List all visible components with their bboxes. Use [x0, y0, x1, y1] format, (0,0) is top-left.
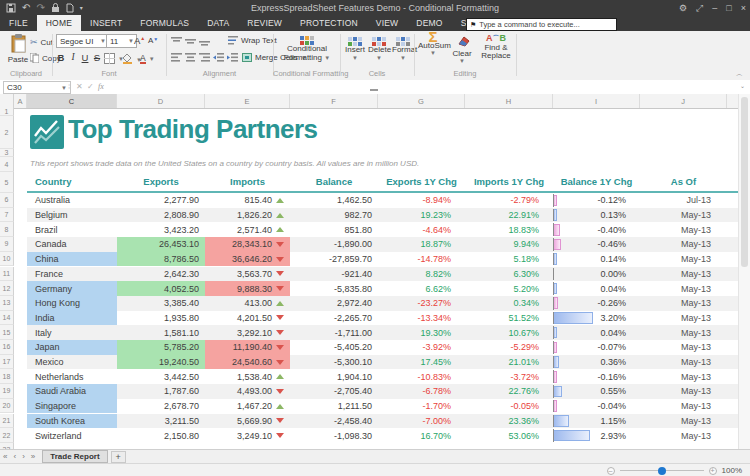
cell-as-of[interactable]: May-13 [640, 369, 727, 384]
close-icon[interactable]: × [741, 4, 746, 13]
row-header-19[interactable]: 19 [0, 384, 14, 399]
cell-exports[interactable]: 3,442.50 [117, 369, 205, 384]
cell-exports-1y-chg[interactable]: -1.70% [378, 399, 465, 414]
row-header-5[interactable]: 5 [0, 172, 14, 193]
cell-imports-1y-chg[interactable]: -5.29% [465, 340, 553, 355]
cell-as-of[interactable]: May-13 [640, 222, 727, 237]
cell-imports-1y-chg[interactable]: 22.91% [465, 208, 553, 223]
row-header-1[interactable]: 1 [0, 108, 14, 116]
cell-exports-1y-chg[interactable]: 18.87% [378, 237, 465, 252]
cell-imports[interactable]: 3,292.10 [205, 325, 290, 340]
cell-imports[interactable]: 1,538.40 [205, 369, 290, 384]
conditional-formatting-button[interactable]: Conditional Formatting ▼ [276, 34, 338, 62]
find-replace-button[interactable]: A⌒B Find &Replace [478, 34, 514, 61]
tab-view[interactable]: VIEW [367, 15, 408, 31]
cell-imports[interactable]: 3,563.70 [205, 267, 290, 282]
cell-imports-1y-chg[interactable]: -3.72% [465, 369, 553, 384]
prev-sheet-icon[interactable]: ‹ [10, 452, 19, 461]
cell-exports-1y-chg[interactable]: -8.94% [378, 193, 465, 208]
row-header-8[interactable]: 8 [0, 222, 14, 237]
row-header-21[interactable]: 21 [0, 414, 14, 429]
align-left-icon[interactable] [171, 53, 182, 62]
cell-balance-1y-chg[interactable]: -0.26% [553, 296, 640, 311]
cell-balance-1y-chg[interactable]: 0.04% [553, 281, 640, 296]
cell-exports-1y-chg[interactable]: -3.92% [378, 340, 465, 355]
row-header-22[interactable]: 22 [0, 428, 14, 443]
formula-bar-expand-icon[interactable]: ⌄ [740, 82, 745, 89]
align-middle-icon[interactable] [185, 37, 196, 46]
cell-exports[interactable]: 1,935.80 [117, 311, 205, 326]
cell-balance[interactable]: -921.40 [290, 267, 378, 282]
cell-imports[interactable]: 1,467.20 [205, 399, 290, 414]
cell-as-of[interactable]: May-13 [640, 355, 727, 370]
tab-protection[interactable]: PROTECTION [291, 15, 367, 31]
cell-imports-1y-chg[interactable]: 5.18% [465, 252, 553, 267]
cell-balance-1y-chg[interactable]: -0.04% [553, 399, 640, 414]
vertical-scrollbar[interactable] [738, 94, 750, 449]
zoom-slider[interactable] [620, 470, 704, 471]
tab-insert[interactable]: INSERT [81, 15, 131, 31]
cell-as-of[interactable]: May-13 [640, 399, 727, 414]
font-color-button[interactable]: A▼ [140, 53, 155, 64]
cell-imports[interactable]: 2,571.40 [205, 222, 290, 237]
cell-exports[interactable]: 19,240.50 [117, 355, 205, 370]
decrease-indent-icon[interactable] [213, 53, 224, 62]
cell-country[interactable]: Germany [27, 281, 117, 296]
cell-as-of[interactable]: May-13 [640, 340, 727, 355]
cell-as-of[interactable]: May-13 [640, 281, 727, 296]
cell-balance[interactable]: 1,462.50 [290, 193, 378, 208]
tab-file[interactable]: FILE [0, 15, 37, 31]
cell-balance[interactable]: -2,705.40 [290, 384, 378, 399]
cell-exports[interactable]: 1,581.10 [117, 325, 205, 340]
font-name-combo[interactable]: Segoe UI▼ [56, 34, 109, 48]
cell-balance-1y-chg[interactable]: 0.14% [553, 252, 640, 267]
cell-country[interactable]: Belgium [27, 208, 117, 223]
cell-exports-1y-chg[interactable]: -6.78% [378, 384, 465, 399]
column-header-g[interactable]: G [378, 94, 465, 108]
align-top-icon[interactable] [171, 37, 182, 46]
zoom-out-icon[interactable]: – [607, 467, 615, 475]
cell-balance-1y-chg[interactable]: -0.40% [553, 222, 640, 237]
format-button[interactable]: Format▼ [392, 35, 414, 61]
delete-button[interactable]: Delete▼ [368, 35, 390, 61]
column-header-d[interactable]: D [117, 94, 205, 108]
help-icon[interactable]: ⚙ [679, 4, 687, 13]
column-header-j[interactable]: J [640, 94, 727, 108]
column-header-c[interactable]: C [27, 94, 117, 108]
align-bottom-icon[interactable] [199, 37, 210, 46]
cell-exports-1y-chg[interactable]: 17.45% [378, 355, 465, 370]
row-header-18[interactable]: 18 [0, 369, 14, 384]
cell-exports[interactable]: 1,787.60 [117, 384, 205, 399]
cell-imports-1y-chg[interactable]: 53.06% [465, 428, 553, 443]
cell-balance-1y-chg[interactable]: -0.12% [553, 193, 640, 208]
tab-home[interactable]: HOME [37, 15, 81, 31]
cell-country[interactable]: South Korea [27, 414, 117, 429]
cell-exports-1y-chg[interactable]: -14.78% [378, 252, 465, 267]
cell-balance-1y-chg[interactable]: -0.46% [553, 237, 640, 252]
cell-imports-1y-chg[interactable]: -2.79% [465, 193, 553, 208]
row-header-17[interactable]: 17 [0, 355, 14, 370]
cell-country[interactable]: Singapore [27, 399, 117, 414]
cell-exports[interactable]: 26,453.10 [117, 237, 205, 252]
row-header-15[interactable]: 15 [0, 325, 14, 340]
cell-exports-1y-chg[interactable]: 6.62% [378, 281, 465, 296]
cell-country[interactable]: Netherlands [27, 369, 117, 384]
cell-imports[interactable]: 36,646.20 [205, 252, 290, 267]
cell-balance[interactable]: 1,904.10 [290, 369, 378, 384]
wrap-text-button[interactable]: Wrap Text [228, 36, 277, 45]
cell-balance-1y-chg[interactable]: 0.36% [553, 355, 640, 370]
cell-imports[interactable]: 1,826.20 [205, 208, 290, 223]
name-box[interactable]: C30▼ [3, 81, 71, 94]
cell-exports-1y-chg[interactable]: 16.70% [378, 428, 465, 443]
cell-imports-1y-chg[interactable]: 22.76% [465, 384, 553, 399]
strikethrough-button[interactable]: S [92, 52, 102, 63]
splitter-handle[interactable] [370, 89, 378, 91]
last-sheet-icon[interactable]: » [28, 452, 38, 461]
cell-imports-1y-chg[interactable]: 9.94% [465, 237, 553, 252]
cell-exports[interactable]: 3,423.20 [117, 222, 205, 237]
cell-country[interactable]: Switzerland [27, 428, 117, 443]
cell-imports[interactable]: 24,540.60 [205, 355, 290, 370]
cell-balance[interactable]: -5,300.10 [290, 355, 378, 370]
cell-country[interactable]: Brazil [27, 222, 117, 237]
minimize-icon[interactable]: – [712, 4, 717, 13]
